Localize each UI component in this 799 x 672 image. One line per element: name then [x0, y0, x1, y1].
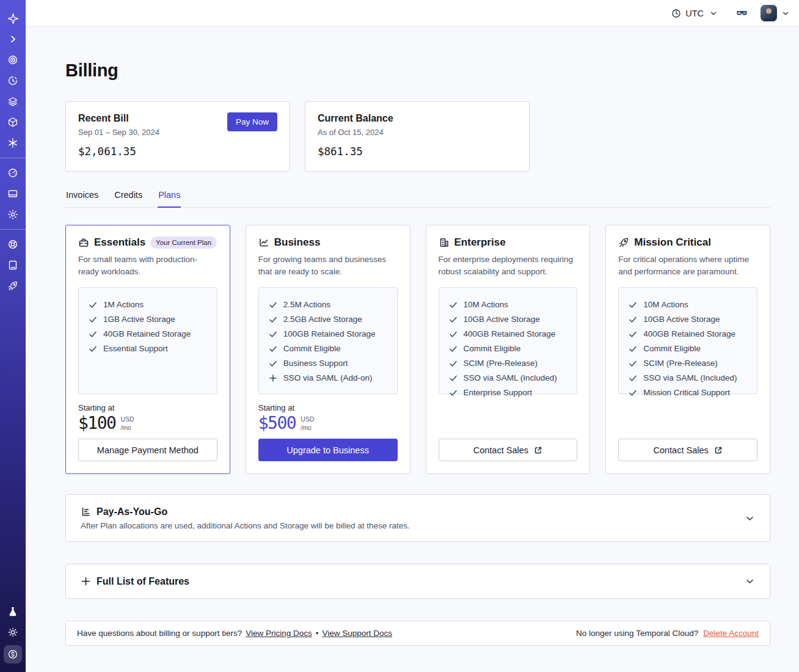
nexus-asterisk-icon[interactable]: [2, 133, 23, 153]
feature-text: Commit Eligible: [643, 344, 701, 353]
billing-footer: Have questions about billing or support …: [65, 621, 770, 646]
card-title: Current Balance: [318, 113, 517, 124]
pay-now-button[interactable]: Pay Now: [227, 112, 277, 131]
feature-list: 10M Actions 10GB Active Storage 400GB Re…: [439, 287, 578, 394]
check-icon: [269, 345, 277, 353]
plan-header: Enterprise: [439, 236, 578, 249]
plan-description: For small teams with production-ready wo…: [78, 254, 217, 277]
namespaces-icon[interactable]: [2, 49, 23, 70]
plan-name: Mission Critical: [634, 236, 711, 249]
feature-text: Commit Eligible: [464, 344, 521, 353]
feature-text: SCIM (Pre-Release): [464, 359, 538, 368]
current-balance-amount: $861.35: [318, 145, 517, 158]
temporal-logo-icon[interactable]: [2, 8, 23, 29]
accordion-title: Pay-As-You-Go: [97, 506, 167, 517]
support-lifebuoy-icon[interactable]: [2, 234, 23, 255]
feature-text: 10GB Active Storage: [464, 315, 540, 324]
check-icon: [89, 345, 97, 353]
plan-card-enterprise: Enterprise For enterprise deployments re…: [426, 225, 591, 474]
price-currency: USD: [301, 415, 314, 424]
delete-account-link[interactable]: Delete Account: [703, 629, 759, 638]
user-avatar[interactable]: [761, 5, 777, 21]
theme-sun-icon[interactable]: [2, 622, 23, 643]
page-title: Billing: [65, 60, 770, 81]
view-pricing-docs-link[interactable]: View Pricing Docs: [246, 629, 312, 638]
feature-item: 2.5M Actions: [269, 300, 387, 309]
docs-book-icon[interactable]: [2, 255, 23, 276]
feature-text: Business Support: [283, 359, 348, 368]
button-label: Upgrade to Business: [286, 445, 369, 455]
billing-active-coin-icon[interactable]: [4, 645, 22, 663]
timezone-label: UTC: [685, 9, 704, 18]
view-support-docs-link[interactable]: View Support Docs: [322, 629, 392, 638]
plan-card-essentials: Essentials Your Current Plan For small t…: [65, 225, 230, 474]
check-icon: [269, 359, 277, 368]
check-icon: [449, 330, 458, 338]
usage-gauge-icon[interactable]: [2, 163, 23, 183]
feature-item: 10GB Active Storage: [629, 315, 747, 324]
schedules-icon[interactable]: [2, 70, 23, 91]
price-amount: $100: [78, 413, 115, 433]
building-icon: [439, 237, 450, 248]
chart-line-icon: [258, 237, 269, 248]
contact-sales-button[interactable]: Contact Sales: [439, 439, 578, 461]
chevron-down-icon: [782, 10, 789, 17]
labs-flask-icon[interactable]: [2, 601, 23, 622]
timezone-selector[interactable]: UTC: [666, 5, 722, 22]
contact-sales-button[interactable]: Contact Sales: [618, 439, 757, 461]
feature-text: 400GB Retained Storage: [464, 329, 556, 338]
plan-name: Business: [274, 236, 321, 249]
tab-invoices[interactable]: Invoices: [65, 186, 99, 207]
top-bar: UTC: [26, 0, 799, 27]
feature-text: 10M Actions: [643, 300, 688, 309]
price-currency: USD: [120, 415, 134, 424]
feature-item: Business Support: [269, 359, 387, 368]
plan-name: Essentials: [94, 236, 145, 249]
feature-item: SCIM (Pre-Release): [629, 359, 747, 368]
recent-bill-amount: $2,061.35: [78, 145, 277, 158]
feature-item: 1M Actions: [89, 300, 207, 309]
toolbox-icon: [78, 237, 89, 248]
feature-item: 400GB Retained Storage: [449, 329, 567, 338]
chevron-down-icon[interactable]: [745, 576, 755, 586]
feature-item: Commit Eligible: [269, 344, 387, 353]
full-feature-list-accordion[interactable]: Full List of Features: [65, 564, 770, 599]
check-icon: [629, 359, 637, 368]
getting-started-rocket-icon[interactable]: [2, 276, 23, 296]
feature-list: 2.5M Actions 2.5GB Active Storage 100GB …: [258, 287, 398, 394]
plan-cards: Essentials Your Current Plan For small t…: [65, 225, 770, 474]
feature-item: SCIM (Pre-Release): [449, 359, 567, 368]
button-label: Contact Sales: [653, 445, 708, 455]
feature-text: 100GB Retained Storage: [283, 329, 376, 338]
pay-as-you-go-accordion[interactable]: Pay-As-You-Go After Plan allocations are…: [65, 494, 770, 542]
expand-chevron-icon[interactable]: [2, 29, 23, 49]
price-label: Starting at: [78, 403, 217, 412]
deployments-cube-icon[interactable]: [2, 112, 23, 133]
accordion-description: After Plan allocations are used, additio…: [81, 521, 410, 530]
chevron-down-icon[interactable]: [745, 513, 755, 524]
feature-text: SSO via SAML (Included): [643, 373, 737, 382]
settings-gear-icon[interactable]: [2, 204, 23, 225]
upgrade-to-business-button[interactable]: Upgrade to Business: [258, 439, 398, 461]
labs-glasses-icon[interactable]: [735, 7, 748, 20]
feature-item: Enterprise Support: [449, 388, 567, 397]
accordion-title: Full List of Features: [97, 576, 189, 587]
check-icon: [449, 315, 458, 324]
plan-card-business: Business For growing teams and businesse…: [246, 225, 410, 474]
feature-text: 10GB Active Storage: [643, 315, 720, 324]
layers-icon[interactable]: [2, 91, 23, 112]
recent-bill-card: Recent Bill Sep 01 – Sep 30, 2024 $2,061…: [65, 101, 290, 172]
check-icon: [629, 345, 637, 353]
user-menu[interactable]: [761, 5, 789, 21]
billing-card-icon[interactable]: [2, 183, 23, 204]
feature-item: Commit Eligible: [629, 344, 747, 353]
tab-plans[interactable]: Plans: [158, 186, 181, 208]
check-icon: [89, 330, 97, 338]
tab-credits[interactable]: Credits: [114, 186, 143, 207]
check-icon: [449, 359, 458, 368]
price-period: /mo: [120, 424, 134, 433]
feature-text: 1M Actions: [103, 300, 144, 309]
manage-payment-method-button[interactable]: Manage Payment Method: [78, 439, 217, 461]
feature-text: 400GB Retained Storage: [643, 329, 735, 338]
feature-text: 10M Actions: [464, 300, 509, 309]
